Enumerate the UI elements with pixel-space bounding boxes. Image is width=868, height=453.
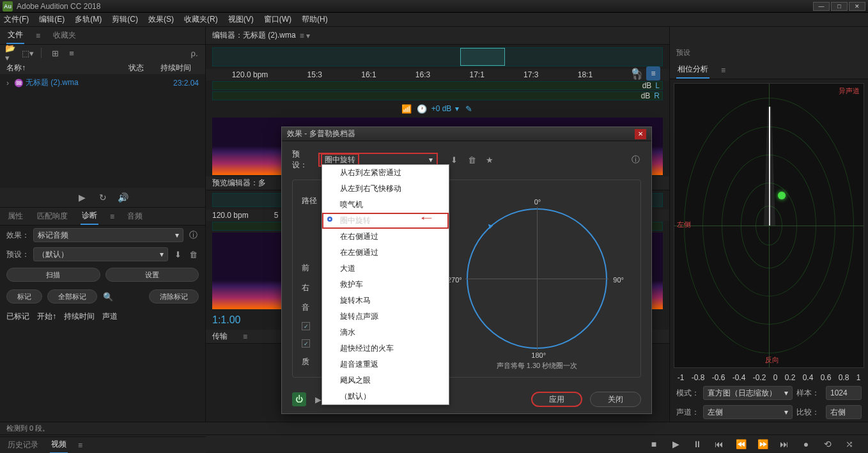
dd-option[interactable]: 从左到右飞快移动 [322,181,449,197]
menu-help[interactable]: 帮助(H) [302,14,328,25]
tab-diagnostics[interactable]: 诊断 [81,208,98,225]
menu-clip[interactable]: 剪辑(C) [112,14,138,25]
dd-option[interactable]: 从右到左紧密通过 [322,165,449,181]
dd-option[interactable]: 旋转木马 [322,293,449,309]
save-preset-icon[interactable]: ⬇ [172,249,183,260]
dd-option[interactable]: 在右侧通过 [322,229,449,245]
pause-icon[interactable]: ⏸ [692,438,703,450]
tab-favorites[interactable]: 收藏夹 [52,27,77,43]
col-status[interactable]: 状态 [128,63,160,73]
info-icon[interactable]: ⓘ [187,229,199,241]
search-marks-icon[interactable]: 🔍 [102,291,114,302]
scan-button[interactable]: 扫描 [6,268,100,282]
autoplay-icon[interactable]: 🔊 [118,192,129,203]
apply-button[interactable]: 应用 [531,392,582,407]
dd-option[interactable]: 超音速重返 [322,357,449,372]
favorite-icon[interactable]: ★ [484,154,495,165]
waveform-icon[interactable]: ≡ [66,47,77,59]
markall-button[interactable]: 全部标记 [47,289,97,303]
tab-audio[interactable]: 音频 [126,208,144,224]
tab-loudness[interactable]: 匹配响度 [36,208,69,224]
dd-option[interactable]: 喷气机 [322,197,449,213]
close-button[interactable]: ✕ [849,2,865,11]
menu-favorites[interactable]: 收藏夹(R) [184,14,218,25]
tab-history[interactable]: 历史记录 [6,437,40,453]
dialog-title-bar[interactable]: 效果 - 多普勒换档器 ✕ [282,127,651,141]
delete-preset-icon[interactable]: 🗑 [187,249,199,260]
menu-window[interactable]: 窗口(W) [264,14,291,25]
col-duration[interactable]: 持续时间 [160,63,199,73]
help-icon[interactable]: ⓘ [630,154,641,165]
open-icon[interactable]: 📂▾ [5,47,17,59]
menu-view[interactable]: 视图(V) [228,14,254,25]
clock-icon[interactable]: 🕐 [416,103,428,114]
skip-icon[interactable]: ⤭ [844,438,855,450]
db-control[interactable]: 📶 🕐 +0 dB ▾ ✎ [206,102,669,115]
selection-range[interactable] [460,48,505,66]
meter-l: dBL [212,81,663,90]
menu-multitrack[interactable]: 多轨(M) [75,14,102,25]
clearmark-button[interactable]: 清除标记 [149,289,199,303]
prev-icon[interactable]: ⏮ [713,438,725,450]
channel-select[interactable]: 左侧▾ [703,405,793,419]
loop-icon[interactable]: ↻ [97,192,109,203]
dd-option[interactable]: 超快经过的火车 [322,341,449,357]
tab-files[interactable]: 文件 [6,27,24,44]
file-item[interactable]: › ♒ 无标题 (2).wma 23:2.04 [0,75,205,90]
dialog-close-icon[interactable]: ✕ [635,129,646,139]
phase-panel-title[interactable]: 相位分析 [676,61,709,79]
overview-waveform[interactable] [212,47,663,66]
record-icon[interactable]: ● [800,438,812,450]
close-button[interactable]: 关闭 [590,392,641,407]
effect-label: 效果： [6,230,29,241]
preset-select[interactable]: （默认）▾ [33,247,168,261]
checkbox[interactable]: ✓ [302,322,310,330]
tab-video[interactable]: 视频 [50,436,68,453]
menu-effects[interactable]: 效果(S) [148,14,174,25]
power-button[interactable]: ⏻ [292,392,306,406]
sample-select[interactable]: 1024 [826,386,862,400]
compare-select[interactable]: 右侧 [826,405,862,419]
rewind-icon[interactable]: ⏪ [735,438,747,450]
settings-button[interactable]: 设置 [105,268,199,282]
expand-icon[interactable]: › [6,79,14,88]
minimize-button[interactable]: — [813,2,830,11]
delete-preset-icon[interactable]: 🗑 [466,154,477,165]
dd-option[interactable]: 救护车 [322,277,449,293]
doppler-dialog: 效果 - 多普勒换档器 ✕ 预设： 圈中旋转 ▾ ⬇ 🗑 ★ ⓘ 从右到左紧密通… [281,127,652,414]
record-icon[interactable]: ⬚▾ [22,47,33,59]
dd-option[interactable]: 在左侧通过 [322,245,449,261]
zoom-tool-icon[interactable]: 🔍 [631,66,642,78]
tab-properties[interactable]: 属性 [6,208,24,224]
stop-icon[interactable]: ■ [648,438,660,450]
dd-option[interactable]: 旋转点声源 [322,309,449,325]
col-name[interactable]: 名称↑ [6,63,128,73]
menu-file[interactable]: 文件(F) [4,14,29,25]
view-mode-button[interactable]: ≡ [646,66,660,81]
file-list: › ♒ 无标题 (2).wma 23:2.04 [0,74,205,188]
dd-option[interactable]: 滴水 [322,325,449,341]
play-icon[interactable]: ▶ [77,192,88,203]
dd-option[interactable]: 飓风之眼 [322,372,449,388]
dd-option[interactable]: （默认） [322,388,449,404]
maximize-button[interactable]: □ [831,2,848,11]
menu-edit[interactable]: 编辑(E) [39,14,65,25]
dd-option[interactable]: 大道 [322,261,449,277]
path-diagram[interactable]: 0° 90° 180° 270° ▲ 声音将每 1.30 秒绕圈一次 [442,189,632,368]
next-icon[interactable]: ⏭ [779,438,790,450]
grid-icon[interactable]: ⊞ [49,47,61,59]
import-preset-icon[interactable]: ⬇ [448,154,460,165]
mode-select[interactable]: 直方图（日志缩放）▾ [703,386,793,400]
search-icon[interactable]: ρ. [189,47,200,59]
mark-button[interactable]: 标记 [6,289,42,303]
pin-icon[interactable]: ✎ [463,103,474,114]
time-ruler[interactable]: 120.0 bpm 15:316:1 16:317:1 17:318:1 🎧 [206,69,669,81]
effect-select[interactable]: 标记音频▾ [33,228,183,242]
annotation-arrow: ← [418,211,435,225]
loop-icon[interactable]: ⟲ [822,438,833,450]
forward-icon[interactable]: ⏩ [757,438,768,450]
preset-label: 预设： [6,249,29,260]
play-icon[interactable]: ▶ [670,438,681,450]
checkbox[interactable]: ✓ [302,339,310,348]
dd-option-selected[interactable]: 圈中旋转 ← [322,213,449,229]
